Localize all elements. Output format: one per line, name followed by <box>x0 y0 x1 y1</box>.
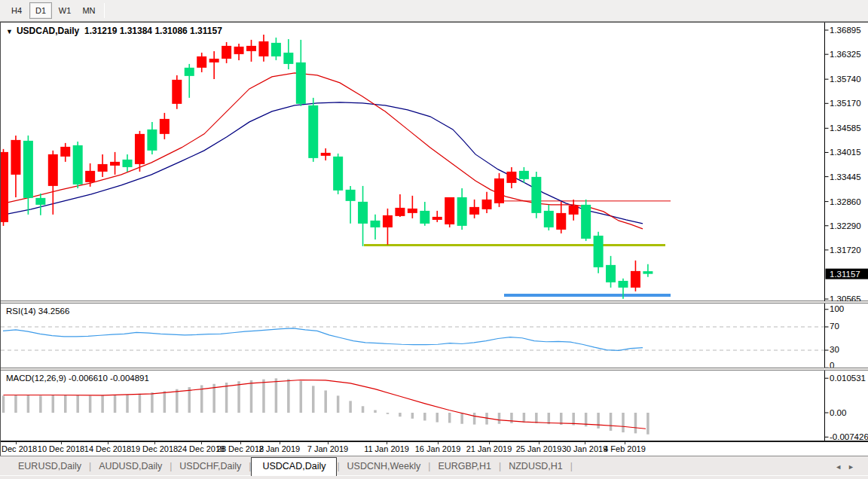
macd-histogram-bar <box>436 413 439 423</box>
symbol-tab-eurusd[interactable]: EURUSD,Daily <box>11 458 89 475</box>
symbol-tab-eurgbp[interactable]: EURGBP,H1 <box>430 458 499 475</box>
candle-body <box>135 134 145 164</box>
rsi-line <box>3 328 643 350</box>
candle-body <box>246 46 256 51</box>
candle-body <box>371 221 381 227</box>
timeframe-button-d1[interactable]: D1 <box>29 2 52 19</box>
candle-body <box>494 178 504 203</box>
macd-histogram-bar <box>523 413 526 423</box>
candle-body <box>544 211 554 227</box>
timeframe-button-mn[interactable]: MN <box>78 2 100 19</box>
macd-histogram <box>2 378 649 434</box>
macd-histogram-bar <box>262 380 265 413</box>
macd-histogram-bar <box>237 381 240 413</box>
candle-body <box>283 53 293 64</box>
symbol-tab-usdcnh[interactable]: USDCNH,Weekly <box>340 458 429 475</box>
macd-histogram-bar <box>188 387 191 413</box>
symbol-tab-nzdusd[interactable]: NZDUSD,H1 <box>501 458 570 475</box>
timeframe-button-h4[interactable]: H4 <box>5 2 28 19</box>
rsi-panel[interactable]: RSI(14) 34.2566 10070300 <box>1 304 868 368</box>
time-axis-label: 2 Jan 2019 <box>259 444 300 453</box>
candle-body <box>358 202 368 224</box>
toolbar-separator <box>104 3 105 18</box>
chart-symbol-label: USDCAD,Daily <box>17 26 79 36</box>
macd-histogram-bar <box>39 395 42 413</box>
rsi-axis-label: 100 <box>830 304 844 313</box>
time-axis-label: 10 Dec 2018 <box>38 444 84 453</box>
price-axis[interactable]: 1.368951.363251.357401.351701.345851.340… <box>825 23 868 301</box>
time-axis-label: 5 Dec 2018 <box>0 444 37 453</box>
macd-axis-label: 0.010531 <box>830 374 866 383</box>
candle-body <box>619 281 628 288</box>
candle-body <box>308 105 318 158</box>
macd-histogram-bar <box>349 401 352 413</box>
macd-histogram-bar <box>399 413 402 416</box>
time-axis[interactable]: 5 Dec 201810 Dec 201814 Dec 201819 Dec 2… <box>1 441 868 456</box>
symbol-tab-usdchf[interactable]: USDCHF,Daily <box>172 458 249 475</box>
main-chart-plot[interactable]: 1.368951.363251.357401.351701.345851.340… <box>1 23 868 301</box>
macd-histogram-bar <box>324 390 327 413</box>
candlestick-series <box>1 35 653 299</box>
rsi-axis-label: 70 <box>830 322 839 331</box>
macd-histogram-bar <box>448 413 451 423</box>
macd-histogram-bar <box>300 381 303 413</box>
macd-histogram-bar <box>2 395 5 413</box>
candle-body <box>445 197 454 224</box>
macd-histogram-bar <box>27 395 30 413</box>
time-axis-label: 11 Jan 2019 <box>364 444 409 453</box>
ma-fast-line <box>1 73 643 229</box>
candle-body <box>420 211 429 224</box>
time-axis-label: 14 Dec 2018 <box>84 444 131 453</box>
macd-values: -0.006610 -0.004891 <box>69 374 149 383</box>
candle-body <box>383 215 393 227</box>
macd-histogram-bar <box>14 395 17 413</box>
macd-label: MACD(12,26,9) -0.006610 -0.004891 <box>6 374 149 383</box>
status-strip <box>0 475 868 478</box>
candle-body <box>222 46 231 59</box>
candle-body <box>35 198 45 205</box>
main-chart-panel[interactable]: ▼USDCAD,Daily 1.31219 1.31384 1.31086 1.… <box>1 22 868 301</box>
candle-body <box>11 140 20 175</box>
symbol-tab-audusd[interactable]: AUDUSD,Daily <box>91 458 170 475</box>
timeframe-button-w1[interactable]: W1 <box>53 2 76 19</box>
time-axis-label: 30 Jan 2019 <box>562 444 608 453</box>
candle-body <box>482 200 492 209</box>
symbol-dropdown-icon[interactable]: ▼ <box>6 28 13 35</box>
macd-histogram-bar <box>362 406 365 413</box>
rsi-plot[interactable]: 10070300 <box>1 304 868 368</box>
candle-body <box>643 271 653 273</box>
macd-histogram-bar <box>76 395 79 413</box>
tab-scroll-right-icon[interactable]: ► <box>848 463 860 471</box>
price-axis-label: 1.35170 <box>830 99 861 108</box>
macd-histogram-bar <box>498 413 501 424</box>
rsi-axis-label: 30 <box>830 345 839 354</box>
candle-body <box>98 164 108 172</box>
macd-histogram-bar <box>646 413 649 435</box>
price-axis-label: 1.30565 <box>830 294 861 301</box>
symbol-tab-usdcad[interactable]: USDCAD,Daily <box>251 457 337 476</box>
macd-histogram-bar <box>89 395 92 413</box>
candle-body <box>594 236 604 267</box>
candle-body <box>506 172 516 183</box>
candle-body <box>23 141 33 198</box>
rsi-axis-label: 0 <box>830 361 834 368</box>
candle-body <box>73 145 83 185</box>
price-axis-label: 1.34585 <box>830 124 861 133</box>
macd-histogram-bar <box>460 413 463 424</box>
price-axis-label: 1.32860 <box>830 197 861 206</box>
candle-body <box>296 63 306 104</box>
macd-histogram-bar <box>126 395 129 413</box>
macd-histogram-bar <box>151 392 154 413</box>
rsi-label: RSI(14) 34.2566 <box>6 307 69 316</box>
time-axis-label: 21 Jan 2019 <box>466 444 512 453</box>
time-axis-label: 16 Jan 2019 <box>415 444 461 453</box>
macd-histogram-bar <box>114 395 117 413</box>
price-axis-label: 1.33445 <box>830 172 861 182</box>
price-axis-label: 1.31720 <box>830 246 861 255</box>
macd-histogram-bar <box>473 413 476 425</box>
macd-histogram-bar <box>275 378 278 413</box>
macd-histogram-bar <box>634 413 637 433</box>
macd-histogram-bar <box>287 379 290 413</box>
macd-panel[interactable]: MACD(12,26,9) -0.006610 -0.004891 0.0105… <box>1 371 868 441</box>
tab-scroll-left-icon[interactable]: ◄ <box>835 463 848 471</box>
